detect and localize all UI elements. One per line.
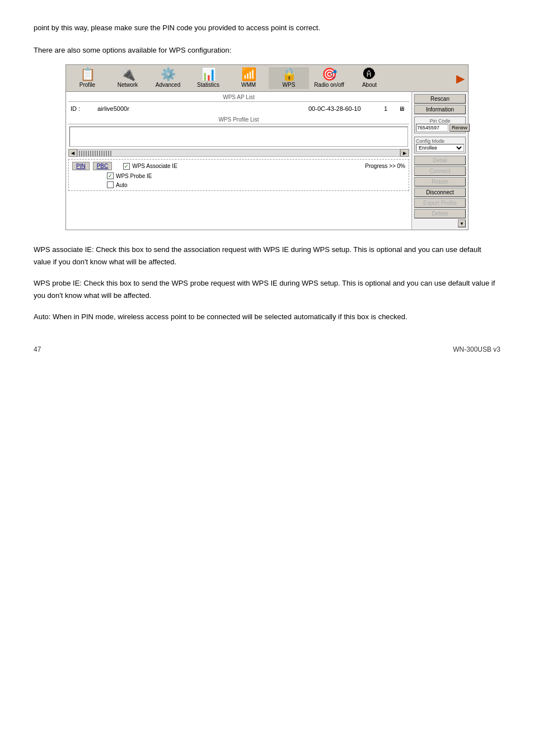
scrollbar-area: ◀ ▶ (68, 149, 409, 157)
pin-button[interactable]: PIN (72, 162, 90, 170)
right-scroll-down-btn[interactable]: ▼ (458, 220, 466, 227)
detail-button[interactable]: Detail (414, 156, 466, 165)
rescan-button[interactable]: Rescan (414, 94, 466, 104)
advanced-icon: ⚙️ (161, 68, 176, 81)
pbc-button[interactable]: PBC (93, 162, 113, 170)
tab-wps[interactable]: 🔒 WPS (269, 67, 309, 89)
tab-statistics[interactable]: 📊 Statistics (188, 67, 228, 89)
wps-icon: 🔒 (282, 68, 297, 81)
pin-code-row: Renew (416, 124, 464, 132)
ap-icon: 🖥 (396, 105, 407, 112)
ap-id-label: ID : (71, 105, 93, 112)
pin-code-label: Pin Code (416, 118, 464, 124)
wps-associate-row: ✓ WPS Associate IE (123, 163, 177, 170)
product-name: WN-300USB v3 (453, 346, 500, 353)
bottom-options-row1: PIN PBC ✓ WPS Associate IE Progress >> 0… (70, 161, 407, 171)
auto-checkbox[interactable] (107, 181, 114, 188)
pin-code-group: Pin Code Renew (414, 116, 466, 133)
bottom-options-container: PIN PBC ✓ WPS Associate IE Progress >> 0… (68, 159, 409, 191)
hscrollbar[interactable] (77, 149, 400, 157)
page-footer: 47 WN-300USB v3 (34, 346, 500, 353)
config-mode-group: Config Mode Enrollee (414, 137, 466, 153)
tab-wmm[interactable]: 📶 WMM (228, 67, 269, 89)
delete-button[interactable]: Delete (414, 209, 466, 218)
wps-associate-checkbox[interactable]: ✓ (123, 163, 130, 170)
wps-associate-desc: WPS associate IE: Check this box to send… (34, 244, 500, 268)
wmm-icon: 📶 (241, 68, 256, 81)
main-content: WPS AP List ID : airlive5000r 00-0C-43-2… (66, 92, 468, 230)
radio-icon: 🎯 (322, 68, 337, 81)
disconnect-button[interactable]: Disconnect (414, 188, 466, 197)
about-icon: 🅐 (363, 68, 376, 81)
wps-utility-window: 📋 Profile 🔌 Network ⚙️ Advanced 📊 Statis… (65, 64, 469, 230)
export-profile-button[interactable]: Export Profile (414, 198, 466, 208)
right-panel: Rescan Information Pin Code Renew Config… (412, 92, 468, 230)
description-section: WPS associate IE: Check this box to send… (34, 244, 500, 323)
wps-probe-row: ✓ WPS Probe IE (107, 172, 152, 179)
auto-desc: Auto: When in PIN mode, wireless access … (34, 311, 500, 323)
about-label: About (362, 82, 377, 88)
wmm-label: WMM (241, 82, 256, 88)
rotate-button[interactable]: Rotate (414, 177, 466, 186)
radio-label: Radio on/off (314, 82, 344, 88)
bottom-options-row3: Auto (70, 180, 407, 189)
config-mode-label: Config Mode (416, 138, 464, 144)
tab-profile[interactable]: 📋 Profile (67, 67, 107, 89)
ap-list-row: ID : airlive5000r 00-0C-43-28-60-10 1 🖥 (68, 104, 409, 113)
bottom-options-row2: ✓ WPS Probe IE (70, 171, 407, 180)
tab-about[interactable]: 🅐 About (349, 67, 390, 89)
pin-input[interactable] (416, 124, 448, 132)
left-panel: WPS AP List ID : airlive5000r 00-0C-43-2… (66, 92, 412, 230)
information-button[interactable]: Information (414, 105, 466, 114)
wps-probe-label: WPS Probe IE (116, 173, 152, 179)
profile-icon: 📋 (80, 68, 95, 81)
wps-profile-list-label: WPS Profile List (68, 116, 409, 124)
wps-profile-list: WPS Profile List (68, 116, 409, 147)
wps-probe-desc: WPS probe IE: Check this box to send the… (34, 277, 500, 302)
page-number: 47 (34, 346, 41, 353)
auto-row: Auto (107, 181, 128, 188)
tab-advanced[interactable]: ⚙️ Advanced (148, 67, 188, 89)
wps-label: WPS (283, 82, 296, 88)
hscrollbar-thumb (79, 151, 113, 156)
auto-label: Auto (116, 182, 128, 188)
ap-num: 1 (380, 105, 391, 112)
profile-label: Profile (79, 82, 95, 88)
wps-config-text: There are also some options available fo… (34, 45, 500, 56)
wps-probe-checkbox[interactable]: ✓ (107, 172, 114, 179)
advanced-label: Advanced (156, 82, 180, 88)
network-icon: 🔌 (120, 68, 135, 81)
progress-text: Progress >> 0% (365, 163, 405, 169)
intro-line1: point by this way, please make sure the … (34, 22, 500, 34)
ap-ssid: airlive5000r (97, 105, 304, 112)
toolbar: 📋 Profile 🔌 Network ⚙️ Advanced 📊 Statis… (66, 65, 468, 92)
tab-radio[interactable]: 🎯 Radio on/off (309, 67, 349, 89)
scroll-right-btn[interactable]: ▶ (400, 149, 409, 157)
wps-ap-list-label: WPS AP List (68, 94, 409, 102)
scroll-left-btn[interactable]: ◀ (68, 149, 77, 157)
tab-network[interactable]: 🔌 Network (107, 67, 148, 89)
network-label: Network (118, 82, 138, 88)
statistics-label: Statistics (197, 82, 219, 88)
config-mode-select[interactable]: Enrollee (416, 144, 464, 152)
statistics-icon: 📊 (201, 68, 216, 81)
renew-button[interactable]: Renew (449, 124, 470, 132)
wps-associate-label: WPS Associate IE (132, 163, 177, 169)
connect-button[interactable]: Connect (414, 166, 466, 176)
ap-mac: 00-0C-43-28-60-10 (308, 105, 376, 112)
toolbar-arrow[interactable]: ▶ (456, 72, 465, 85)
